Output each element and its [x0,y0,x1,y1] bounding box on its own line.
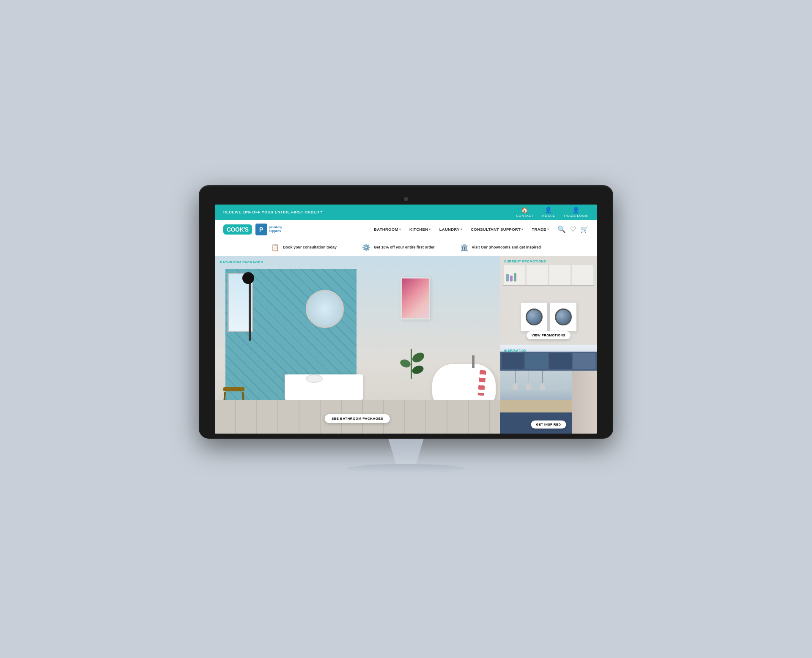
trade-login-label: TRADE LOGIN [563,214,589,218]
consultation-icon: 📋 [271,243,280,251]
promo-showrooms[interactable]: 🏛️ Visit Our Showrooms and get inspired [460,243,541,251]
kitchen-cab-2 [525,353,548,369]
cabinet-4 [572,265,594,286]
cabinet-2 [526,265,548,286]
showroom-icon: 🏛️ [460,243,469,251]
kitchen-cab-1 [502,353,524,369]
top-bar: RECEIVE 10% OFF YOUR ENTIRE FIRST ORDER!… [215,205,597,220]
plumbing-logo-text: plumbing supplies [269,226,283,233]
see-bathroom-packages-button[interactable]: SEE BATHROOM PACKAGES [325,414,390,423]
nav-kitchen[interactable]: KITCHEN ▾ [406,225,434,233]
pendant-shade-2 [526,383,531,390]
retail-link[interactable]: 👤 RETAIL [542,207,555,218]
bathroom-image [215,256,500,434]
nav-laundry[interactable]: LAUNDRY ▾ [436,225,466,233]
pendant-lights [513,371,545,390]
pendant-wire-2 [529,371,529,383]
retail-icon: 👤 [545,207,552,213]
camera-dot [404,197,408,201]
pendant-3 [540,371,545,390]
cabinet-3 [549,265,571,286]
basin [306,374,323,383]
chevron-down-icon: ▾ [399,228,401,231]
contact-link[interactable]: 🏠 CONTACT [516,207,534,218]
monitor-frame: RECEIVE 10% OFF YOUR ENTIRE FIRST ORDER!… [199,185,613,439]
wishlist-icon[interactable]: ♡ [570,225,576,233]
washer-2 [549,302,577,332]
washer-1 [520,302,548,332]
main-nav: BATHROOM ▾ KITCHEN ▾ LAUNDRY ▾ CONSULTAN… [370,225,589,233]
kitchen-cab-3 [549,353,572,369]
nav-trade[interactable]: TRADE ▾ [528,225,552,233]
trade-login-link[interactable]: 👤 TRADE LOGIN [563,207,589,218]
chevron-down-icon: ▾ [547,228,549,231]
mirror [306,290,344,328]
shelf-items [506,273,516,281]
monitor-wrapper: RECEIVE 10% OFF YOUR ENTIRE FIRST ORDER!… [199,185,613,473]
washer-drum-2 [555,309,572,325]
bathroom-packages-panel: BATHROOM PACKAGES [215,256,500,434]
logo-area: COOK'S P plumbing supplies [223,224,282,235]
pendant-2 [526,371,531,390]
main-content: BATHROOM PACKAGES [215,256,597,434]
search-icon[interactable]: 🔍 [557,225,566,233]
pendant-1 [513,371,518,390]
artwork [401,277,430,319]
shelf-item-1 [506,274,509,281]
promotions-card: CURRENT PROMOTIONS [500,256,597,344]
washer-drum-1 [526,309,543,325]
inspiration-label: INSPIRATION [504,349,527,352]
shower-head [242,272,254,284]
nav-consultant-support[interactable]: CONSULTANT SUPPORT ▾ [467,225,527,233]
pendant-wire-1 [515,371,516,383]
monitor-stand-neck [381,439,431,464]
right-panel: CURRENT PROMOTIONS [500,256,597,434]
kitchen-upper-cabinets [500,352,597,371]
retail-label: RETAIL [542,214,555,218]
shelf [503,285,594,286]
nav-icons: 🔍 ♡ 🛒 [557,225,589,233]
discount-icon: ⚙️ [362,243,370,251]
trade-login-icon: 👤 [572,207,580,213]
promotions-label: CURRENT PROMOTIONS [504,259,546,263]
get-inspired-button[interactable]: GET INSPIRED [531,420,566,429]
kitchen-cab-4 [573,353,595,369]
promo-consultation[interactable]: 📋 Book your consultation today [271,243,337,251]
contact-label: CONTACT [516,214,534,218]
kitchen-right-wall [572,371,597,434]
bathroom-packages-label: BATHROOM PACKAGES [220,260,263,264]
shelf-item-3 [514,273,516,281]
pendant-shade-3 [540,383,545,390]
view-promotions-button[interactable]: VIEW PROMOTIONS [527,331,571,339]
pendant-shade-1 [513,383,518,390]
plant [411,349,412,379]
top-bar-actions: 🏠 CONTACT 👤 RETAIL 👤 TRADE LOGIN [516,207,589,218]
cart-icon[interactable]: 🛒 [580,225,589,233]
inspiration-card: INSPIRATION [500,345,597,434]
screen: RECEIVE 10% OFF YOUR ENTIRE FIRST ORDER!… [215,205,597,434]
pendant-wire-3 [542,371,543,383]
site-header: COOK'S P plumbing supplies BATHROOM ▾ [215,220,597,239]
plant-stem [411,349,412,379]
vanity [285,374,363,400]
nav-bathroom[interactable]: BATHROOM ▾ [370,225,404,233]
promo-strip: 📋 Book your consultation today ⚙️ Get 10… [215,239,597,256]
contact-icon: 🏠 [521,207,529,213]
chevron-down-icon: ▾ [429,228,431,231]
top-bar-promo: RECEIVE 10% OFF YOUR ENTIRE FIRST ORDER!… [223,210,323,214]
shelf-item-2 [510,276,513,281]
promo-discount[interactable]: ⚙️ Get 10% off your entire first order [362,243,435,251]
bath-tap [472,355,475,368]
cooks-logo[interactable]: COOK'S [223,224,252,235]
chevron-down-icon: ▾ [461,228,462,231]
monitor-stand-base [347,464,465,473]
chevron-down-icon: ▾ [521,228,523,231]
p-logo-badge: P [255,224,267,235]
stool-top [223,387,244,391]
